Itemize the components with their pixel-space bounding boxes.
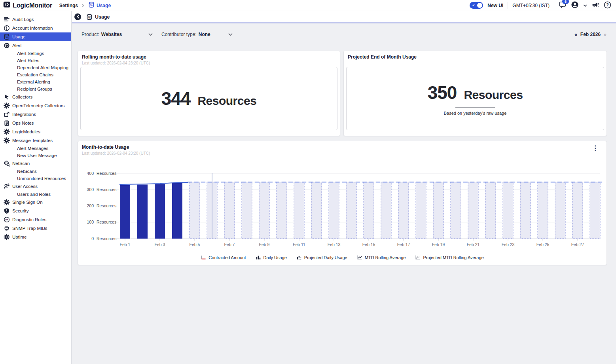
sidebar-item-integrations[interactable]: Integrations	[0, 110, 71, 119]
notification-badge: 6	[562, 0, 569, 4]
month-pager: « Feb 2026 »	[574, 31, 607, 38]
sidebar-item-alert[interactable]: Alert	[0, 41, 71, 50]
sidebar-item-dependent-alert-mapping[interactable]: Dependent Alert Mapping	[0, 64, 71, 71]
legend-contracted-amount-icon	[201, 255, 206, 260]
kebab-menu-icon[interactable]: ⋮	[592, 145, 599, 152]
x-tick-label: Feb 15	[362, 242, 375, 247]
sidebar-item-uptime[interactable]: Uptime	[0, 233, 71, 241]
page-header: % Usage	[72, 11, 616, 23]
y-tick-suffix: Resources	[97, 203, 116, 208]
projected-daily-usage-bar	[311, 182, 322, 239]
sidebar-item-escalation-chains[interactable]: Escalation Chains	[0, 71, 71, 78]
legend-daily-usage-icon	[256, 255, 261, 260]
help-button[interactable]: ?	[604, 1, 611, 10]
sidebar-item-netscans[interactable]: NetScans	[0, 168, 71, 175]
gear-icon	[3, 199, 10, 205]
sidebar-item-users-and-roles[interactable]: Users and Roles	[0, 191, 71, 198]
previous-month-button[interactable]: «	[574, 31, 578, 38]
legend-label: MTD Rolling Average	[365, 255, 406, 260]
sidebar-item-usage[interactable]: %Usage	[0, 32, 71, 41]
chevron-right-icon	[82, 4, 85, 8]
sidebar-item-message-templates[interactable]: Message Templates	[0, 136, 71, 145]
sidebar-item-security[interactable]: Security	[0, 207, 71, 215]
main-content: % Usage Product: Websites Contributor ty…	[72, 11, 616, 364]
projected-daily-usage-bar	[364, 182, 374, 239]
alert-icon	[3, 42, 10, 49]
x-tick-label: Feb 5	[190, 242, 200, 247]
y-tick-value: 0	[91, 236, 94, 241]
sidebar-item-account-information[interactable]: Account Information	[0, 24, 71, 32]
product-dropdown[interactable]: Product: Websites	[82, 32, 153, 37]
svg-text:%: %	[6, 36, 8, 39]
daily-usage-bar	[137, 184, 148, 239]
card-title: Projected End of Month Usage	[348, 54, 417, 60]
sidebar-item-netscan[interactable]: NetScan	[0, 159, 71, 168]
collectors-icon	[3, 94, 10, 100]
rolling-usage-unit: Resources	[197, 94, 256, 108]
svg-text:DX: DX	[5, 218, 8, 221]
legend-item-projected-daily-usage[interactable]: Projected Daily Usage	[296, 255, 347, 260]
new-ui-toggle[interactable]: ✓	[470, 2, 483, 9]
sidebar-item-user-access[interactable]: User Access	[0, 182, 71, 191]
sidebar-item-alert-settings[interactable]: Alert Settings	[0, 50, 71, 57]
sidebar-item-label: Account Information	[12, 26, 53, 30]
x-tick-label: Feb 19	[432, 242, 445, 247]
sidebar-item-single-sign-on[interactable]: Single Sign On	[0, 198, 71, 207]
filter-bar: Product: Websites Contributor type: None…	[72, 23, 616, 46]
projected-daily-usage-bar	[346, 182, 356, 239]
sidebar-item-collectors[interactable]: Collectors	[0, 93, 71, 101]
sidebar-item-audit-logs[interactable]: Audit Logs	[0, 15, 71, 24]
svg-text:%: %	[90, 4, 93, 7]
sidebar-item-opentelemetry-collectors[interactable]: OpenTelemetry Collectors	[0, 101, 71, 110]
sidebar-item-external-alerting[interactable]: External Alerting	[0, 78, 71, 85]
sidebar-item-logicmodules[interactable]: LogicModules	[0, 127, 71, 136]
projected-daily-usage-bar	[381, 182, 391, 239]
sidebar-item-alert-rules[interactable]: Alert Rules	[0, 57, 71, 64]
sidebar-item-label: Alert Rules	[17, 58, 39, 63]
x-tick-label: Feb 21	[467, 242, 480, 247]
logo-text: LogicMonitor	[13, 2, 52, 9]
sidebar-item-unmonitored-resources[interactable]: Unmonitored Resources	[0, 175, 71, 182]
period-label: Feb 2026	[580, 32, 601, 37]
legend-item-contracted-amount[interactable]: Contracted Amount	[201, 255, 246, 260]
legend-item-daily-usage[interactable]: Daily Usage	[256, 255, 287, 260]
timezone-label: GMT+05:30 (IST)	[512, 3, 550, 8]
sidebar-item-label: Users and Roles	[17, 192, 51, 197]
projected-usage-note: Based on yesterday's raw usage	[444, 111, 507, 116]
sidebar-item-new-user-message[interactable]: New User Message	[0, 152, 71, 159]
legend-projected-mtd-rolling-average-icon	[415, 255, 421, 260]
breadcrumb-settings[interactable]: Settings	[59, 3, 78, 8]
user-menu-button[interactable]	[571, 1, 579, 10]
usage-chart[interactable]: 0Resources100Resources200Resources300Res…	[78, 165, 607, 249]
ops-notes-icon	[3, 120, 10, 126]
announcements-button[interactable]	[591, 1, 599, 9]
notifications-button[interactable]: 6	[559, 1, 567, 10]
sidebar-item-alert-messages[interactable]: Alert Messages	[0, 145, 71, 152]
sidebar-item-label: Usage	[12, 34, 25, 39]
back-button[interactable]	[74, 13, 81, 20]
x-tick-label: Feb 9	[259, 242, 270, 247]
sidebar-item-diagnostic-rules[interactable]: DXDiagnostic Rules	[0, 215, 71, 224]
projected-daily-usage-bar	[277, 182, 287, 239]
sidebar-item-ops-notes[interactable]: Ops Notes	[0, 119, 71, 127]
projected-usage-card: Projected End of Month Usage 350 Resourc…	[343, 51, 607, 136]
y-tick-suffix: Resources	[97, 220, 116, 224]
legend-item-mtd-rolling-average[interactable]: MTD Rolling Average	[357, 255, 406, 260]
sidebar-item-label: Integrations	[12, 112, 36, 117]
chevron-down-icon	[148, 33, 153, 36]
sidebar-item-recipient-groups[interactable]: Recipient Groups	[0, 85, 71, 93]
user-menu-caret[interactable]	[583, 2, 587, 8]
projected-daily-usage-bar	[538, 182, 548, 239]
y-tick-suffix: Resources	[97, 236, 116, 241]
projected-usage-unit: Resources	[464, 88, 523, 102]
sidebar-item-snmp-trap-mibs[interactable]: SNMP Trap MIBs	[0, 224, 71, 233]
divider	[508, 2, 508, 9]
breadcrumb-usage[interactable]: % Usage	[88, 2, 111, 9]
sidebar-item-label: External Alerting	[17, 80, 50, 84]
next-month-button[interactable]: »	[603, 31, 607, 38]
sidebar-item-label: Diagnostic Rules	[12, 217, 46, 222]
legend-label: Contracted Amount	[208, 255, 246, 260]
legend-item-projected-mtd-rolling-average[interactable]: Projected MTD Rolling Average	[415, 255, 483, 260]
projected-daily-usage-bar	[590, 182, 600, 239]
contributor-type-dropdown[interactable]: Contributor type: None	[161, 32, 233, 37]
